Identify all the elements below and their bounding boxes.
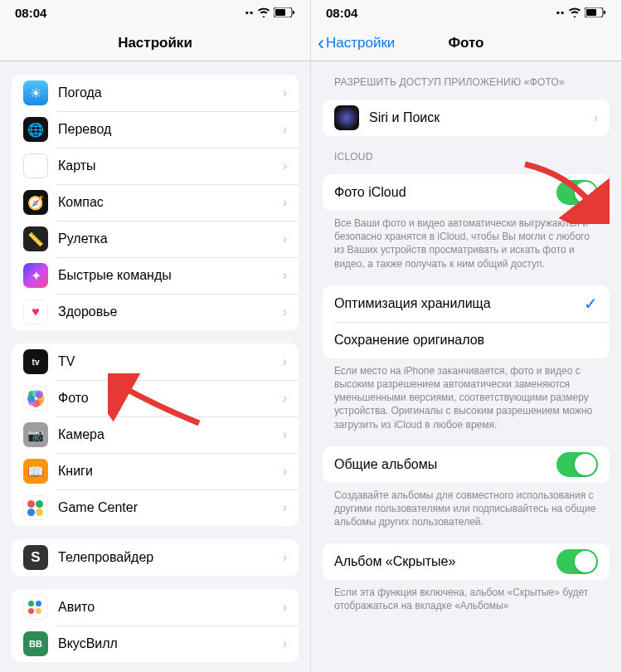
settings-row-перевод[interactable]: 🌐Перевод› [12,111,299,148]
app-icon: ♥ [23,299,48,324]
settings-row-камера[interactable]: 📷Камера› [12,416,299,453]
settings-row-здоровье[interactable]: ♥Здоровье› [12,294,299,330]
row-label: Книги [58,464,283,479]
section-header-icloud: ICLOUD [311,136,621,168]
settings-row-быстрые-команды[interactable]: ✦Быстрые команды› [12,257,299,294]
chevron-right-icon: › [594,110,598,125]
section-header-access: РАЗРЕШИТЬ ДОСТУП ПРИЛОЖЕНИЮ «ФОТО» [311,61,621,93]
app-icon: 📖 [23,459,48,484]
app-icon: 📏 [23,226,48,251]
row-label: Перевод [58,122,283,137]
app-icon: ВВ [23,631,48,656]
toggle-icloud-photos[interactable] [556,180,598,205]
settings-row-карты[interactable]: 🗺Карты› [12,148,299,184]
settings-screen: 08:04 ▪▪ Настройки ☀Погода›🌐Перевод›🗺Кар… [0,0,311,672]
chevron-right-icon: › [283,268,287,283]
app-icon [23,495,48,520]
app-icon: S [23,545,48,570]
row-label: Сохранение оригиналов [334,333,598,348]
settings-row-авито[interactable]: Авито› [12,589,299,626]
row-label: Здоровье [58,304,283,319]
app-icon [23,386,48,411]
settings-row-вкусвилл[interactable]: ВВВкусВилл› [12,626,299,662]
dual-sim-icon: ▪▪ [556,7,565,18]
section-footer-storage: Если место на iPhone заканчивается, фото… [311,358,621,433]
chevron-right-icon: › [283,464,287,479]
settings-row-game-center[interactable]: Game Center› [12,489,299,526]
svg-rect-4 [586,9,596,16]
app-icon: ✦ [23,263,48,288]
wifi-icon [568,6,581,20]
row-label: TV [58,354,283,369]
photos-settings-screen: 08:04 ▪▪ ‹ Настройки Фото РАЗРЕШИТЬ ДОСТ… [311,0,622,672]
toggle-shared-albums[interactable] [556,452,598,477]
section-footer-shared: Создавайте альбомы для совместного испол… [311,483,621,531]
row-icloud-photos[interactable]: Фото iCloud [323,174,610,211]
wifi-icon [257,6,270,20]
back-button[interactable]: ‹ Настройки [318,25,395,61]
row-label: Фото iCloud [334,185,556,200]
row-label: Карты [58,158,283,173]
app-icon: 🧭 [23,190,48,215]
app-icon: tv [23,349,48,374]
status-time: 08:04 [326,6,357,20]
settings-row-компас[interactable]: 🧭Компас› [12,184,299,221]
row-label: Game Center [58,500,283,515]
status-indicators: ▪▪ [556,6,606,20]
row-label: Рулетка [58,231,283,246]
row-label: Компас [58,195,283,210]
status-indicators: ▪▪ [245,6,295,20]
row-label: ВкусВилл [58,636,283,651]
chevron-right-icon: › [283,600,287,615]
app-icon: ☀ [23,80,48,105]
svg-rect-5 [604,11,605,14]
row-keep-originals[interactable]: Сохранение оригиналов [323,322,610,358]
battery-icon [274,6,295,20]
settings-row-погода[interactable]: ☀Погода› [12,75,299,111]
settings-row-фото[interactable]: Фото› [12,380,299,416]
svg-rect-1 [275,9,285,16]
chevron-right-icon: › [283,354,287,369]
chevron-right-icon: › [283,500,287,515]
svg-rect-2 [293,11,294,14]
row-label: Авито [58,600,283,615]
section-footer-hidden: Если эта функция включена, альбом «Скрыт… [311,580,621,614]
app-icon: 🌐 [23,117,48,142]
row-label: Камера [58,427,283,442]
settings-row-tv[interactable]: tvTV› [12,343,299,380]
row-shared-albums[interactable]: Общие альбомы [323,446,610,483]
row-siri-search[interactable]: Siri и Поиск › [323,100,610,136]
app-icon: 📷 [23,422,48,447]
chevron-right-icon: › [283,636,287,651]
siri-icon [334,105,359,130]
row-optimize-storage[interactable]: Оптимизация хранилища ✓ [323,285,610,322]
toggle-hidden-album[interactable] [556,549,598,574]
section-footer-icloud: Все Ваши фото и видео автоматически выгр… [311,211,621,272]
row-label: Альбом «Скрытые» [334,554,556,569]
dual-sim-icon: ▪▪ [245,7,254,18]
chevron-left-icon: ‹ [318,32,324,55]
settings-row-рулетка[interactable]: 📏Рулетка› [12,221,299,257]
status-bar: 08:04 ▪▪ [0,0,310,25]
row-label: Оптимизация хранилища [334,296,584,311]
chevron-right-icon: › [283,195,287,210]
row-hidden-album[interactable]: Альбом «Скрытые» [323,543,610,580]
chevron-right-icon: › [283,427,287,442]
row-label: Фото [58,391,283,406]
chevron-right-icon: › [283,304,287,319]
row-label: Погода [58,85,283,100]
app-icon: 🗺 [23,153,48,178]
checkmark-icon: ✓ [584,294,598,314]
row-label: Быстрые команды [58,268,283,283]
row-label: Общие альбомы [334,457,556,472]
settings-row-телепровайдер[interactable]: SТелепровайдер› [12,539,299,576]
chevron-right-icon: › [283,85,287,100]
chevron-right-icon: › [283,158,287,173]
settings-row-книги[interactable]: 📖Книги› [12,453,299,489]
status-time: 08:04 [15,6,46,20]
chevron-right-icon: › [283,122,287,137]
chevron-right-icon: › [283,550,287,565]
page-title: Настройки [118,35,192,51]
row-label: Телепровайдер [58,550,283,565]
page-title: Фото [449,35,484,51]
